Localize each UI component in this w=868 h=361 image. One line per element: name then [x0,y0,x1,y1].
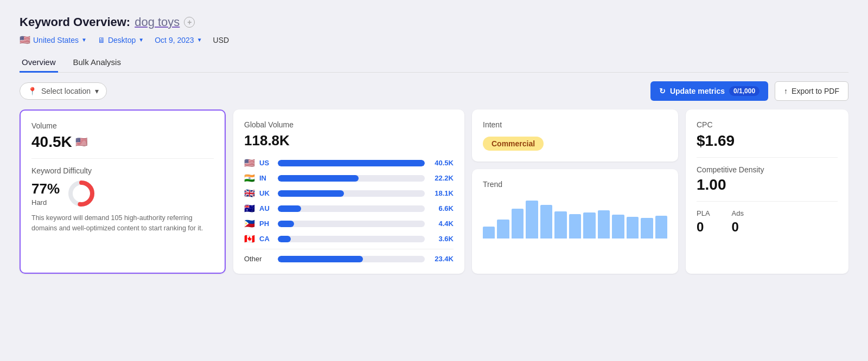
pin-icon: 📍 [28,87,37,95]
bar-in [278,175,425,182]
toolbar-actions: ↻ Update metrics 0/1,000 ↑ Export to PDF [650,81,848,101]
pla-value: 0 [697,220,710,235]
update-metrics-label: Update metrics [670,87,725,95]
country-row-au: 🇦🇺 AU 6.6K [244,203,454,214]
export-button[interactable]: ↑ Export to PDF [775,81,848,101]
volume-value: 40.5K 🇺🇸 [31,133,214,151]
value-us: 40.5K [429,159,454,167]
flag-au: 🇦🇺 [244,203,255,214]
title-prefix: Keyword Overview: [20,15,130,29]
volume-divider [31,158,214,159]
trend-bar-4 [526,201,538,238]
trend-bar-2 [497,220,509,238]
bar-fill-other [278,256,363,262]
export-icon: ↑ [784,87,788,95]
country-row-in: 🇮🇳 IN 22.2K [244,173,454,183]
pla-label: PLA [697,209,710,217]
code-us: US [259,159,273,167]
cards-grid: Volume 40.5K 🇺🇸 Keyword Difficulty 77% H… [20,109,848,274]
country-row-ph: 🇵🇭 PH 4.4K [244,218,454,229]
bar-uk [278,190,425,197]
country-row-ca: 🇨🇦 CA 3.6K [244,234,454,244]
flag-ph: 🇵🇭 [244,218,255,229]
tab-overview[interactable]: Overview [20,53,58,73]
update-metrics-button[interactable]: ↻ Update metrics 0/1,000 [650,81,768,101]
cpc-card: CPC $1.69 Competitive Density 1.00 PLA 0… [686,109,848,274]
trend-bar-11 [627,217,639,238]
ads-value: 0 [732,220,744,235]
pla-ads-row: PLA 0 Ads 0 [697,209,838,235]
tab-bar: Overview Bulk Analysis [20,53,848,73]
volume-label: Volume [31,121,214,130]
toolbar: 📍 Select location ▾ ↻ Update metrics 0/1… [20,81,848,101]
kd-donut-chart [67,179,95,208]
refresh-icon: ↻ [659,87,666,95]
global-volume-value: 118.8K [244,132,454,149]
cpc-label: CPC [697,120,838,129]
trend-bar-6 [554,211,566,238]
value-in: 22.2K [429,174,454,182]
flag-ca: 🇨🇦 [244,234,255,244]
trend-bar-12 [641,218,653,238]
value-au: 6.6K [429,204,454,212]
export-label: Export to PDF [792,87,839,95]
global-volume-label: Global Volume [244,120,454,129]
bar-ph [278,221,425,227]
value-ca: 3.6K [429,235,454,243]
add-keyword-icon[interactable]: + [184,17,195,28]
bar-us [278,160,425,166]
country-rows: 🇺🇸 US 40.5K 🇮🇳 IN 22.2K 🇬🇧 [244,158,454,244]
code-ca: CA [259,235,273,243]
intent-label: Intent [483,120,667,129]
keyword-text: dog toys [135,15,180,29]
cpc-divider [697,157,838,158]
kd-percent: 77% [31,181,60,197]
code-uk: UK [259,189,273,197]
trend-bar-5 [540,205,552,238]
location-flag: 🇺🇸 [20,35,30,45]
trend-card: Trend [472,169,678,274]
sub-header: 🇺🇸 United States ▼ 🖥 Desktop ▼ Oct 9, 20… [20,35,848,45]
select-location-label: Select location [41,87,91,95]
global-volume-card: Global Volume 118.8K 🇺🇸 US 40.5K 🇮🇳 IN [233,109,464,274]
country-row-uk: 🇬🇧 UK 18.1K [244,188,454,198]
bar-fill-uk [278,190,344,197]
page-header: Keyword Overview: dog toys + [20,15,848,29]
value-other: 23.4K [429,255,454,263]
location-selector[interactable]: 🇺🇸 United States ▼ [20,35,87,45]
kd-value-row: 77% Hard [31,179,214,208]
kd-difficulty: Hard [31,198,60,207]
trend-bar-7 [569,214,581,238]
tab-bulk-analysis[interactable]: Bulk Analysis [71,53,123,73]
volume-card: Volume 40.5K 🇺🇸 Keyword Difficulty 77% H… [20,109,226,274]
value-ph: 4.4K [429,220,454,228]
device-label: Desktop [108,36,136,44]
intent-trend-col: Intent Commercial Trend [472,109,678,274]
value-uk: 18.1K [429,189,454,197]
intent-card: Intent Commercial [472,109,678,162]
comp-density-value: 1.00 [697,176,838,194]
country-row-us: 🇺🇸 US 40.5K [244,158,454,168]
location-label: United States [33,36,79,44]
flag-us: 🇺🇸 [244,158,255,168]
location-chevron-icon: ▼ [81,37,87,43]
code-in: IN [259,174,273,182]
bar-other [278,256,425,262]
select-location-button[interactable]: 📍 Select location ▾ [20,82,107,100]
date-selector[interactable]: Oct 9, 2023 ▼ [155,36,202,44]
bar-fill-au [278,205,301,212]
pla-item: PLA 0 [697,209,710,235]
device-selector[interactable]: 🖥 Desktop ▼ [98,36,144,44]
ads-item: Ads 0 [732,209,744,235]
bar-fill-in [278,175,359,182]
bar-fill-us [278,160,425,166]
code-au: AU [259,204,273,212]
kd-label: Keyword Difficulty [31,166,214,175]
trend-bar-3 [512,209,524,238]
comp-density-divider [697,201,838,202]
trend-bar-8 [583,212,595,238]
trend-chart [483,195,667,238]
intent-badge: Commercial [483,137,544,151]
bar-ca [278,236,425,242]
comp-density-label: Competitive Density [697,165,838,174]
